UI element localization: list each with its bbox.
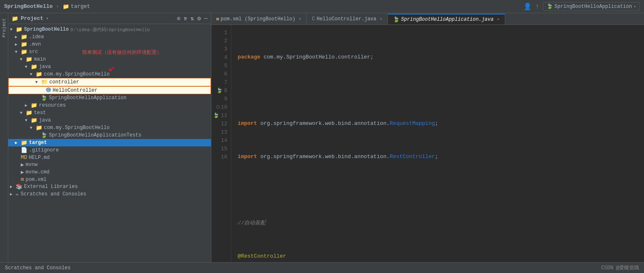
tree-item-pkg-main[interactable]: 📁 com.my.SpringBootHello xyxy=(8,71,211,78)
collapse-icon[interactable]: ⇈ xyxy=(184,15,187,22)
code-line-3: import org.springframework.web.bind.anno… xyxy=(238,119,644,128)
line-num-14: 14 xyxy=(211,136,231,144)
run-config-label: SpringBootHelloApplication xyxy=(554,4,632,10)
code-line-6: //自动装配 xyxy=(238,219,644,227)
project-panel-dropdown[interactable]: ▾ xyxy=(46,15,49,22)
folder-icon-idea: 📁 xyxy=(21,34,27,40)
tree-item-resources[interactable]: 📁 resources xyxy=(8,102,211,109)
code-line-7: @RestController xyxy=(238,252,644,261)
file-icon-mvnw: ▶ xyxy=(21,161,24,168)
tree-item-idea[interactable]: 📁 .idea xyxy=(8,33,211,41)
code-line-1: package com.my.SpringBootHello.controlle… xyxy=(238,53,644,61)
label-mvnw-cmd: mvnw.cmd xyxy=(26,169,50,175)
line-num-12: 12 xyxy=(211,119,231,128)
folder-icon-mvn: 📁 xyxy=(21,41,27,48)
tree-item-src[interactable]: 📁 src xyxy=(8,48,211,56)
label-controller: controller xyxy=(49,79,79,85)
scratches-label[interactable]: Scratches and Consoles xyxy=(5,265,70,271)
code-content: package com.my.SpringBootHello.controlle… xyxy=(231,25,644,262)
tab-icon-hellocontroller: C xyxy=(312,16,315,22)
kw-import-4: import xyxy=(238,153,257,161)
folder-icon-test: 📁 xyxy=(26,110,32,116)
pkg-3b: ; xyxy=(435,119,438,128)
vcs-icon[interactable]: ↑ xyxy=(535,2,540,11)
run-config-button[interactable]: 🍃 SpringBootHelloApplication ▾ xyxy=(543,2,640,11)
arrow-external-libs xyxy=(10,184,15,189)
tree-item-java-main[interactable]: 📁 java xyxy=(8,63,211,71)
tree-item-controller[interactable]: 📁 controller xyxy=(8,78,211,86)
tree-item-target[interactable]: 📁 target xyxy=(8,139,211,146)
tree-item-pom-xml[interactable]: m pom.xml xyxy=(8,176,211,183)
panel-icons: ⊙ ⇈ ⇅ ⚙ — xyxy=(177,15,208,22)
label-external-libs: External Libraries xyxy=(24,184,78,190)
hide-icon[interactable]: — xyxy=(204,15,208,22)
tree-item-springboothelloapplication[interactable]: 🍃 SpringBootHelloApplication xyxy=(8,94,211,102)
tab-label-pom: pom.xml (SpringBootHello) xyxy=(221,16,295,22)
folder-icon-pkg-main: 📁 xyxy=(36,71,42,78)
gutter-icon-8[interactable]: 🍃 xyxy=(216,88,223,94)
tree-item-main[interactable]: 📁 main xyxy=(8,56,211,63)
spring-icon-springboothelloapplication: 🍃 xyxy=(41,95,47,101)
user-icon[interactable]: 👤 xyxy=(523,2,532,11)
tree-item-gitignore[interactable]: 📄 .gitignore xyxy=(8,146,211,154)
expand-icon[interactable]: ⇅ xyxy=(191,15,194,22)
folder-icon: 📁 xyxy=(63,3,69,10)
tree-item-hellocontroller[interactable]: 🅒 HelloController xyxy=(8,86,211,94)
kw-package: package xyxy=(238,53,261,61)
locate-icon[interactable]: ⊙ xyxy=(177,15,180,22)
tab-icon-springboothelloapplication: 🍃 xyxy=(393,16,399,23)
file-icon-md: MD xyxy=(21,154,27,161)
project-panel: 📁 Project ▾ ⊙ ⇈ ⇅ ⚙ — 简单测试（没有做任何的环境配置） ↙… xyxy=(8,13,211,262)
file-icon-pom-xml: m xyxy=(21,176,24,183)
label-java-test: java xyxy=(39,117,51,123)
label-help-md: HELP.md xyxy=(29,155,50,161)
line-num-5: 5 xyxy=(211,61,231,70)
arrow-mvn xyxy=(15,42,20,47)
project-tree-container: 简单测试（没有做任何的环境配置） ↙ 📁 SpringBootHello D:\… xyxy=(8,24,211,200)
line-numbers: 1 2 3 4 5 6 7 🍃8 9 ⬡10 🍃11 12 13 14 15 1… xyxy=(211,25,231,262)
tree-item-external-libs[interactable]: 📚 External Libraries xyxy=(8,183,211,190)
code-editor: 1 2 3 4 5 6 7 🍃8 9 ⬡10 🍃11 12 13 14 15 1… xyxy=(211,25,644,262)
line-num-4: 4 xyxy=(211,53,231,61)
folder-icon-pkg-test: 📁 xyxy=(36,124,42,131)
editor-area: m pom.xml (SpringBootHello) × C HelloCon… xyxy=(211,13,644,262)
tree-item-mvnw-cmd[interactable]: ▶ mvnw.cmd xyxy=(8,168,211,176)
tab-springboothelloapplication[interactable]: 🍃 SpringBootHelloApplication.java × xyxy=(388,14,505,24)
line-num-3: 3 xyxy=(211,45,231,53)
arrow-main xyxy=(20,57,25,62)
tree-item-pkg-test[interactable]: 📁 com.my.SpringBootHello xyxy=(8,124,211,132)
arrow-root xyxy=(10,27,15,32)
project-side-tab[interactable]: Project xyxy=(1,17,7,39)
label-gitignore: .gitignore xyxy=(29,147,59,153)
arrow-java-test xyxy=(25,118,30,123)
folder-icon-java-test: 📁 xyxy=(31,117,37,124)
tab-close-hellocontroller[interactable]: × xyxy=(380,17,383,22)
tree-item-springboothelloapptests[interactable]: 🍃 SpringBootHelloApplicationTests xyxy=(8,132,211,139)
tree-item-java-test[interactable]: 📁 java xyxy=(8,117,211,124)
label-pom-xml: pom.xml xyxy=(26,177,46,183)
label-mvnw: mvnw xyxy=(26,162,38,168)
tab-close-springboothelloapplication[interactable]: × xyxy=(497,17,500,22)
arrow-test xyxy=(20,111,25,115)
tab-close-pom[interactable]: × xyxy=(299,17,302,22)
tree-item-help-md[interactable]: MD HELP.md xyxy=(8,154,211,161)
pkg-4a: org.springframework.web.bind.annotation. xyxy=(257,153,390,161)
tree-item-test[interactable]: 📁 test xyxy=(8,109,211,117)
tree-item-root[interactable]: 📁 SpringBootHello D:\idea-源代码\SpringBoot… xyxy=(8,26,211,33)
tab-pom-xml[interactable]: m pom.xml (SpringBootHello) × xyxy=(211,15,307,24)
project-name: SpringBootHello xyxy=(4,3,53,10)
settings-icon[interactable]: ⚙ xyxy=(197,15,201,22)
file-icon-scratches: ✏️ xyxy=(16,191,19,197)
label-scratches: Scratches and Consoles xyxy=(21,191,86,197)
tab-hellocontroller[interactable]: C HelloController.java × xyxy=(307,14,387,24)
watermark: CSDN @爱睡觉哦 xyxy=(601,264,639,271)
tree-item-mvnw[interactable]: ▶ mvnw xyxy=(8,161,211,168)
label-target: target xyxy=(29,140,47,146)
arrow-resources xyxy=(25,103,30,108)
folder-icon-java-main: 📁 xyxy=(31,63,37,70)
gutter-icon-11[interactable]: 🍃 xyxy=(213,112,219,119)
tree-item-mvn[interactable]: 📁 .mvn xyxy=(8,41,211,48)
tree-item-scratches[interactable]: ✏️ Scratches and Consoles xyxy=(8,190,211,198)
arrow-controller xyxy=(35,80,40,85)
import-requestmapping: RequestMapping xyxy=(390,119,435,128)
